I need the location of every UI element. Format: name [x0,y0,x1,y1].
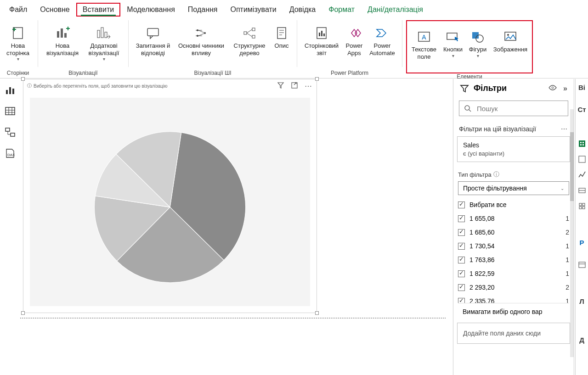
resize-handle[interactable] [315,311,319,315]
collapse-icon[interactable]: » [563,84,567,93]
checkbox-icon[interactable] [458,270,465,277]
rail-item[interactable]: Л [579,297,584,312]
ribbon-group-visuals: Нова візуалізація Додаткові візуалізації… [40,17,126,78]
tab-optimize[interactable]: Оптимізувати [224,3,283,17]
table-view-icon[interactable] [5,106,16,117]
search-box[interactable] [459,101,568,116]
filter-field-sub: є (усі варіанти) [463,150,564,157]
focus-mode-icon[interactable] [291,82,298,90]
chevron-down-icon: ▾ [103,56,105,62]
more-options-icon[interactable]: ⋯ [305,82,313,90]
rail-icon[interactable] [578,171,586,179]
power-automate-button[interactable]: Power Automate [366,19,398,56]
rail-icon[interactable] [578,186,586,195]
more-visuals-button[interactable]: Додаткові візуалізації ▾ [83,19,124,62]
resize-handle[interactable] [315,77,319,81]
shapes-button[interactable]: Фігури ▾ [466,23,490,59]
filter-value-row[interactable]: 1 730,541 [458,239,569,253]
rail-icon[interactable] [578,155,586,163]
tab-insert[interactable]: Вставити [76,3,120,17]
report-view-icon[interactable] [5,84,16,95]
image-button[interactable]: Зображення [490,23,531,53]
require-single-row[interactable]: Вимагати вибір одного вар [458,308,569,315]
vis-pane-toggle[interactable]: Ві [578,84,585,98]
rail-item[interactable]: Д [579,336,584,351]
funnel-icon [460,84,469,93]
svg-rect-41 [9,87,11,94]
filter-value-count: 1 [565,242,569,250]
key-influencers-button[interactable]: Основні чинники впливу [174,19,229,56]
visual-container[interactable]: ⓘ Виберіть або перетягніть поля, щоб зап… [23,79,317,313]
svg-line-56 [469,110,471,112]
resize-handle[interactable] [21,311,25,315]
key-influencers-icon [194,24,209,42]
add-fields-well[interactable]: Додайте поля даних сюди [457,323,570,344]
new-page-button[interactable]: Нова сторінка ▾ [2,19,34,62]
select-all-row[interactable]: Вибрати все [458,198,569,212]
narrative-button[interactable]: Опис [270,19,293,50]
visual-placeholder-text: Виберіть або перетягніть поля, щоб запов… [34,84,167,89]
eye-icon[interactable] [548,84,557,93]
buttons-icon [446,28,460,46]
checkbox-icon[interactable] [458,257,465,263]
filter-icon[interactable] [277,82,284,90]
tab-home[interactable]: Основне [34,3,76,17]
tab-data[interactable]: Дані/деталізація [361,3,430,17]
model-view-icon[interactable] [5,127,16,138]
report-canvas[interactable]: ⓘ Виберіть або перетягніть поля, щоб зап… [20,79,446,375]
rail-item[interactable]: Ст [577,106,586,120]
svg-rect-65 [579,203,582,206]
decomposition-tree-button[interactable]: Структурне дерево [229,19,270,56]
tab-view[interactable]: Подання [181,3,224,17]
search-input[interactable] [476,104,565,113]
separator [297,20,297,67]
filter-value-row[interactable]: 1 655,081 [458,212,569,225]
require-single-label: Вимагати вибір одного вар [463,308,543,315]
scroll-thumb[interactable] [570,132,574,201]
separator [38,20,38,67]
info-icon[interactable]: ⓘ [493,170,499,179]
image-icon [503,28,518,46]
new-visual-button[interactable]: Нова візуалізація [42,19,83,56]
checkbox-icon[interactable] [458,201,465,208]
rail-item[interactable]: Р [579,239,584,253]
checkbox-icon[interactable] [458,215,465,222]
power-automate-icon [375,24,390,42]
qna-label: Запитання й відповіді [136,42,170,56]
filter-value-row[interactable]: 1 822,591 [458,267,569,280]
svg-line-17 [198,34,204,36]
filter-value-label: 1 685,60 [469,229,561,236]
paginated-report-button[interactable]: Сторінковий звіт [301,19,342,56]
filter-value-row[interactable]: 1 685,602 [458,225,569,239]
filter-value-row[interactable]: 2 335,761 [458,294,569,303]
tab-help[interactable]: Довідка [283,3,322,17]
textbox-icon: A [417,28,431,46]
checkbox-icon[interactable] [458,298,465,304]
ribbon-group-pages-label: Сторінки [7,70,29,78]
filter-value-row[interactable]: 2 293,202 [458,280,569,294]
more-icon[interactable]: ⋯ [561,125,568,133]
power-apps-button[interactable]: Power Apps [342,19,366,56]
rail-icon[interactable] [578,202,586,210]
checkbox-icon[interactable] [458,229,465,236]
dax-view-icon[interactable]: DAX [5,148,16,159]
textbox-button[interactable]: A Текстове поле [408,23,440,60]
scrollbar[interactable] [570,109,574,357]
filter-type-select[interactable]: Просте фільтрування ⌄ [458,181,569,195]
filter-card[interactable]: Sales є (усі варіанти) [457,136,570,162]
visual-header: ⓘ Виберіть або перетягніть поля, щоб зап… [23,79,317,92]
qna-button[interactable]: Запитання й відповіді [132,19,174,56]
ribbon-group-ai-label: Візуалізації ШІ [194,70,232,78]
checkbox-icon[interactable] [458,243,465,250]
tab-modeling[interactable]: Моделювання [120,3,181,17]
resize-handle[interactable] [21,77,25,81]
svg-rect-62 [579,156,585,162]
rail-icon[interactable] [578,261,586,269]
buttons-button[interactable]: Кнопки ▾ [440,23,466,59]
filter-value-row[interactable]: 1 763,861 [458,253,569,267]
tab-format[interactable]: Формат [322,3,361,17]
svg-rect-59 [582,142,584,143]
tab-file[interactable]: Файл [3,3,34,17]
checkbox-icon[interactable] [458,284,465,291]
rail-icon[interactable] [578,140,586,148]
